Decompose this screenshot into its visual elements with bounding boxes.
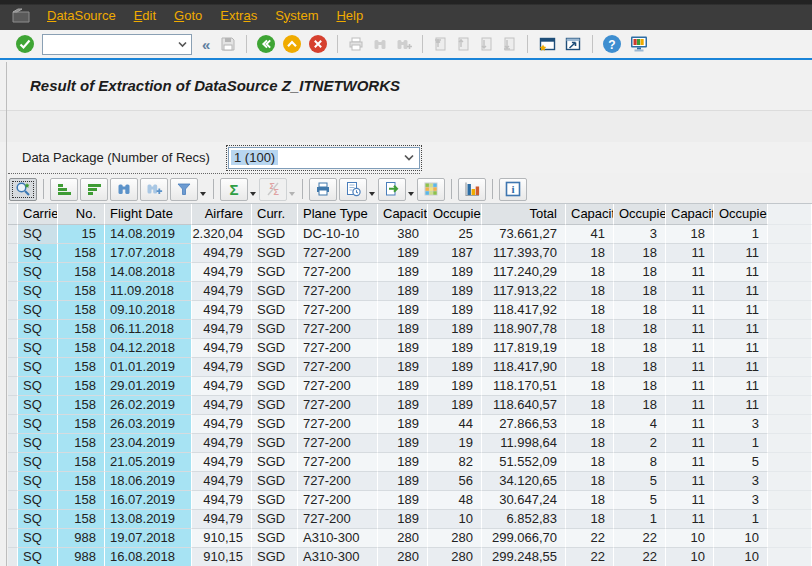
table-cell[interactable]: 22 bbox=[614, 529, 666, 548]
header-cell[interactable]: Occupied bbox=[428, 204, 482, 225]
table-cell[interactable]: 51.552,09 bbox=[482, 453, 566, 472]
table-cell[interactable]: 158 bbox=[58, 453, 105, 472]
table-cell[interactable]: 18 bbox=[614, 301, 666, 320]
table-cell[interactable]: SGD bbox=[252, 377, 298, 396]
table-cell[interactable]: 727-200 bbox=[298, 377, 378, 396]
table-cell[interactable]: 18 bbox=[614, 320, 666, 339]
table-cell[interactable]: SGD bbox=[252, 415, 298, 434]
table-cell[interactable]: 18 bbox=[566, 491, 614, 510]
table-cell[interactable]: 189 bbox=[428, 396, 482, 415]
graphic-button[interactable] bbox=[458, 178, 486, 201]
table-cell[interactable]: 158 bbox=[58, 301, 105, 320]
last-page-button[interactable] bbox=[498, 35, 521, 53]
table-cell[interactable]: 494,79 bbox=[192, 320, 252, 339]
table-cell[interactable]: 189 bbox=[378, 320, 428, 339]
table-cell[interactable]: 11 bbox=[666, 377, 714, 396]
table-cell[interactable]: SQ bbox=[18, 339, 58, 358]
table-cell[interactable]: 21.05.2019 bbox=[105, 453, 192, 472]
print-button[interactable] bbox=[309, 178, 337, 201]
table-cell[interactable]: 22 bbox=[566, 529, 614, 548]
table-cell[interactable]: 10 bbox=[666, 529, 714, 548]
table-cell[interactable]: SGD bbox=[252, 225, 298, 244]
table-cell[interactable]: 18 bbox=[614, 377, 666, 396]
table-cell[interactable]: 117.913,22 bbox=[482, 282, 566, 301]
table-cell[interactable]: 158 bbox=[58, 263, 105, 282]
table-cell[interactable]: 727-200 bbox=[298, 396, 378, 415]
table-cell[interactable]: 299.066,70 bbox=[482, 529, 566, 548]
table-cell[interactable]: 189 bbox=[428, 320, 482, 339]
table-cell[interactable]: 189 bbox=[428, 263, 482, 282]
save-button[interactable] bbox=[216, 35, 240, 53]
help-button[interactable]: ? bbox=[599, 34, 625, 54]
table-cell[interactable]: SGD bbox=[252, 339, 298, 358]
table-cell[interactable]: SGD bbox=[252, 244, 298, 263]
table-cell[interactable]: 189 bbox=[378, 491, 428, 510]
table-cell[interactable]: 727-200 bbox=[298, 472, 378, 491]
table-cell[interactable]: 727-200 bbox=[298, 263, 378, 282]
table-cell[interactable]: 25 bbox=[428, 225, 482, 244]
chevron-down-icon[interactable] bbox=[177, 40, 188, 48]
table-cell[interactable]: 11 bbox=[714, 339, 768, 358]
menu-item-system[interactable]: System bbox=[266, 5, 327, 26]
table-cell[interactable]: 727-200 bbox=[298, 282, 378, 301]
table-row[interactable]: SQ15826.02.2019494,79SGD727-200189189118… bbox=[8, 396, 812, 415]
table-cell[interactable]: 18 bbox=[566, 453, 614, 472]
table-cell[interactable]: 18 bbox=[566, 472, 614, 491]
table-cell[interactable]: 22 bbox=[566, 548, 614, 566]
header-cell[interactable]: Capacity bbox=[566, 204, 614, 225]
export-menu-caret[interactable] bbox=[408, 192, 414, 196]
table-cell[interactable]: 18 bbox=[666, 225, 714, 244]
table-cell[interactable]: 118.640,57 bbox=[482, 396, 566, 415]
table-cell[interactable]: 11 bbox=[714, 320, 768, 339]
table-cell[interactable]: SQ bbox=[18, 396, 58, 415]
table-cell[interactable]: 494,79 bbox=[192, 472, 252, 491]
table-cell[interactable]: 117.393,70 bbox=[482, 244, 566, 263]
table-cell[interactable]: 06.11.2018 bbox=[105, 320, 192, 339]
table-cell[interactable]: 187 bbox=[428, 244, 482, 263]
table-cell[interactable]: 11 bbox=[666, 415, 714, 434]
table-cell[interactable]: SGD bbox=[252, 491, 298, 510]
table-cell[interactable]: 19 bbox=[428, 434, 482, 453]
find-next-button[interactable] bbox=[392, 35, 416, 53]
table-cell[interactable]: SQ bbox=[18, 282, 58, 301]
previous-page-button[interactable] bbox=[452, 35, 475, 53]
table-cell[interactable]: 494,79 bbox=[192, 491, 252, 510]
table-cell[interactable]: 01.01.2019 bbox=[105, 358, 192, 377]
table-cell[interactable]: 11 bbox=[714, 263, 768, 282]
chevron-down-icon[interactable] bbox=[403, 153, 415, 162]
table-cell[interactable]: 18 bbox=[566, 339, 614, 358]
table-cell[interactable]: 29.01.2019 bbox=[105, 377, 192, 396]
table-cell[interactable]: 48 bbox=[428, 491, 482, 510]
table-cell[interactable]: 189 bbox=[378, 282, 428, 301]
sort-ascending-button[interactable] bbox=[50, 178, 78, 201]
views-menu-caret[interactable] bbox=[369, 192, 375, 196]
table-cell[interactable]: SQ bbox=[18, 510, 58, 529]
table-cell[interactable]: 18 bbox=[614, 263, 666, 282]
table-cell[interactable]: 494,79 bbox=[192, 358, 252, 377]
collapse-command-field-icon[interactable]: « bbox=[196, 36, 216, 53]
table-cell[interactable]: SQ bbox=[18, 453, 58, 472]
table-cell[interactable]: 117.240,29 bbox=[482, 263, 566, 282]
header-cell[interactable]: Curr. bbox=[252, 204, 298, 225]
table-row[interactable]: SQ15829.01.2019494,79SGD727-200189189118… bbox=[8, 377, 812, 396]
table-cell[interactable]: 189 bbox=[378, 377, 428, 396]
table-cell[interactable]: 118.170,51 bbox=[482, 377, 566, 396]
table-cell[interactable]: 11.998,64 bbox=[482, 434, 566, 453]
table-cell[interactable]: A310-300 bbox=[298, 548, 378, 566]
table-cell[interactable]: 11 bbox=[666, 282, 714, 301]
table-row[interactable]: SQ15816.07.2019494,79SGD727-2001894830.6… bbox=[8, 491, 812, 510]
table-cell[interactable]: 18 bbox=[566, 358, 614, 377]
table-cell[interactable]: 13.08.2019 bbox=[105, 510, 192, 529]
table-cell[interactable]: 18 bbox=[566, 396, 614, 415]
next-page-button[interactable] bbox=[475, 35, 498, 53]
table-cell[interactable]: 27.866,53 bbox=[482, 415, 566, 434]
table-cell[interactable]: 11 bbox=[666, 301, 714, 320]
header-cell[interactable]: Capacity bbox=[378, 204, 428, 225]
header-cell[interactable]: Airfare bbox=[192, 204, 252, 225]
table-cell[interactable]: 10 bbox=[428, 510, 482, 529]
table-cell[interactable]: 189 bbox=[428, 301, 482, 320]
table-cell[interactable]: 3 bbox=[614, 225, 666, 244]
choose-layout-button[interactable] bbox=[417, 178, 445, 201]
table-cell[interactable]: SGD bbox=[252, 434, 298, 453]
table-cell[interactable]: 118.417,90 bbox=[482, 358, 566, 377]
